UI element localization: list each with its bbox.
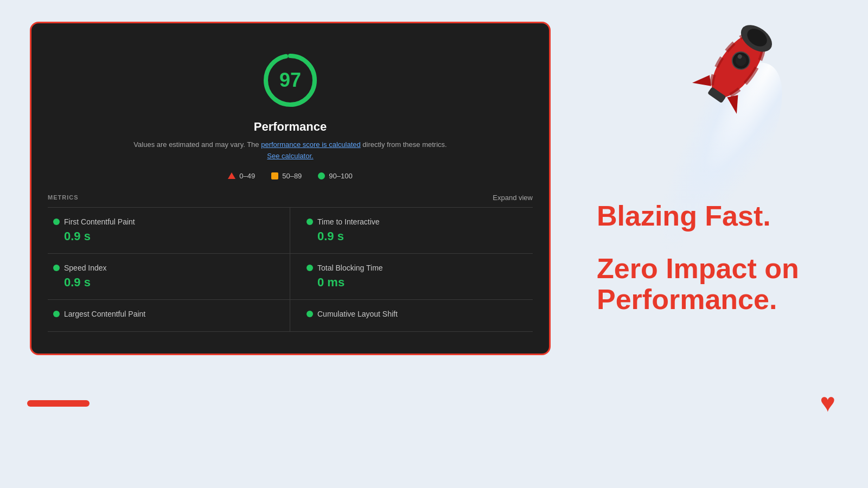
score-section: 97 Performance Values are estimated and … (133, 50, 446, 180)
score-circle: 97 (260, 50, 320, 110)
metric-dot-cls (307, 311, 313, 317)
legend-item-good: 90–100 (318, 172, 352, 180)
zero-impact-text: Zero Impact on Performance. (597, 253, 814, 315)
square-icon (271, 172, 278, 179)
legend-range-good: 90–100 (329, 172, 352, 180)
metric-name-row-tti: Time to Interactive (307, 217, 525, 226)
metric-cell-tbt: Total Blocking Time 0 ms (290, 254, 533, 300)
legend-range-bad: 0–49 (239, 172, 255, 180)
metric-dot-si (53, 265, 60, 271)
blazing-fast-text: Blazing Fast. (597, 201, 814, 232)
metric-name-row-cls: Cumulative Layout Shift (307, 310, 525, 318)
metric-cell-tti: Time to Interactive 0.9 s (290, 208, 533, 254)
metric-cell-si: Speed Index 0.9 s (48, 254, 290, 300)
metric-dot-fcp (53, 219, 60, 225)
bottom-bar (27, 400, 90, 407)
metrics-label: METRICS (48, 194, 79, 201)
metrics-header: METRICS Expand view (48, 194, 533, 208)
metric-value-tbt: 0 ms (307, 275, 525, 290)
metric-name-tbt: Total Blocking Time (317, 264, 383, 272)
metric-value-fcp: 0.9 s (53, 229, 273, 243)
metric-cell-fcp: First Contentful Paint 0.9 s (48, 208, 290, 254)
metric-value-si: 0.9 s (53, 275, 273, 290)
metric-name-fcp: First Contentful Paint (64, 217, 135, 226)
triangle-icon (228, 172, 235, 179)
lighthouse-card: 97 Performance Values are estimated and … (30, 22, 551, 355)
metric-value-tti: 0.9 s (307, 229, 525, 243)
right-content: Blazing Fast. Zero Impact on Performance… (597, 201, 814, 316)
legend-item-medium: 50–89 (271, 172, 302, 180)
score-number: 97 (279, 69, 301, 92)
metric-dot-lcp (53, 311, 60, 317)
metric-name-cls: Cumulative Layout Shift (317, 310, 398, 318)
metric-name-row-lcp: Largest Contentful Paint (53, 310, 273, 318)
legend-range-medium: 50–89 (282, 172, 302, 180)
metric-name-lcp: Largest Contentful Paint (64, 310, 145, 318)
perf-score-link[interactable]: performance score is calculated (261, 140, 361, 149)
heart-icon: ♥ (820, 388, 836, 418)
score-legend: 0–49 50–89 90–100 (228, 172, 352, 180)
metric-name-row-fcp: First Contentful Paint (53, 217, 273, 226)
subtitle-part1: Values are estimated and may vary. The (133, 140, 261, 149)
metric-name-row-tbt: Total Blocking Time (307, 264, 525, 272)
metric-cell-lcp: Largest Contentful Paint (48, 300, 290, 332)
performance-title: Performance (254, 120, 327, 134)
legend-item-bad: 0–49 (228, 172, 255, 180)
calculator-link[interactable]: See calculator. (267, 152, 313, 160)
subtitle-text: Values are estimated and may vary. The p… (133, 139, 446, 162)
metric-name-row-si: Speed Index (53, 264, 273, 272)
metric-name-si: Speed Index (64, 264, 107, 272)
circle-icon (318, 172, 325, 179)
metric-cell-cls: Cumulative Layout Shift (290, 300, 533, 332)
subtitle-part2: directly from these metrics. (361, 140, 447, 149)
rocket-illustration (689, 5, 792, 125)
metric-dot-tti (307, 219, 313, 225)
metric-name-tti: Time to Interactive (317, 217, 380, 226)
metrics-section: METRICS Expand view First Contentful Pai… (48, 194, 533, 332)
expand-view-button[interactable]: Expand view (493, 194, 533, 202)
metric-dot-tbt (307, 265, 313, 271)
metrics-grid: First Contentful Paint 0.9 s Time to Int… (48, 208, 533, 332)
